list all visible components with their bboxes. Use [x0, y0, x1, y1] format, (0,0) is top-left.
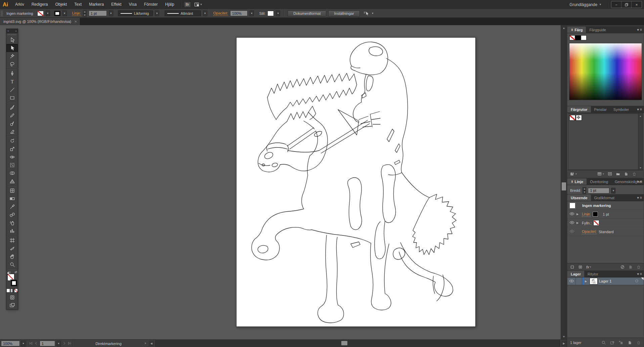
appearance-opacity-row[interactable]: ▶ Opacitet: Standard	[567, 227, 644, 236]
clear-appearance-icon[interactable]	[620, 265, 625, 269]
expand-triangle-icon[interactable]: ▶	[576, 221, 580, 224]
tab-farg[interactable]: ⇕Färg	[567, 27, 586, 33]
menu-effekt[interactable]: Effekt	[108, 0, 125, 9]
appearance-fill-row[interactable]: ▶ Fylln.:	[567, 219, 644, 227]
mesh-tool[interactable]	[6, 186, 18, 194]
panel-menu-icon[interactable]: ▼≡	[637, 107, 642, 111]
swatch-libraries-icon[interactable]: ▼	[570, 172, 577, 176]
close-panel-icon[interactable]: ×	[15, 30, 17, 33]
color-spectrum[interactable]	[569, 43, 642, 100]
blend-tool[interactable]	[6, 211, 18, 219]
stroke-panel-link[interactable]: Linje:	[72, 11, 81, 16]
fill-none-swatch[interactable]	[594, 220, 599, 225]
perspective-grid-tool[interactable]	[6, 177, 18, 185]
tab-lager[interactable]: Lager	[567, 271, 584, 277]
tab-linje[interactable]: ⇕Linje	[567, 178, 587, 185]
stroke-width-field[interactable]: 1 pt	[89, 10, 107, 16]
panel-menu-icon[interactable]: ▼≡	[637, 28, 642, 32]
symbol-sprayer-tool[interactable]	[6, 219, 18, 227]
paintbrush-tool[interactable]	[6, 103, 18, 111]
menu-text[interactable]: Text	[71, 0, 85, 9]
pen-tool[interactable]	[6, 70, 18, 78]
opacity-link[interactable]: Opacitet:	[213, 11, 228, 16]
stroke-color-swatch[interactable]	[54, 11, 60, 16]
workspace-switcher[interactable]: Grundläggande ▼	[569, 2, 602, 7]
none-button[interactable]	[14, 289, 18, 293]
artboard-number-field[interactable]: 1	[40, 341, 55, 346]
last-artboard-button[interactable]	[68, 341, 72, 346]
locate-object-icon[interactable]	[601, 340, 606, 345]
scroll-up-icon[interactable]: ▲	[561, 25, 566, 31]
horizontal-scroll-thumb[interactable]	[341, 341, 347, 345]
close-tab-icon[interactable]: ×	[75, 19, 77, 24]
eyedropper-tool[interactable]	[6, 203, 18, 211]
appearance-stroke-row[interactable]: ▶ Linje: 1 pt	[567, 210, 644, 219]
zoom-level-field[interactable]: 100%	[1, 341, 20, 346]
color-button[interactable]	[6, 289, 10, 293]
tab-fargrutor[interactable]: Färgrutor	[567, 106, 591, 113]
blob-brush-tool[interactable]	[6, 119, 18, 127]
drawing-modes-button[interactable]	[6, 293, 18, 301]
fill-color-swatch[interactable]	[37, 11, 44, 16]
stroke-width-dropdown[interactable]: ▼	[109, 10, 113, 16]
opacity-dropdown[interactable]: ▼	[250, 10, 254, 16]
panel-collapse-icon[interactable]: ⇕	[571, 28, 573, 32]
stroke-swatch[interactable]	[10, 279, 17, 287]
make-clipping-mask-icon[interactable]	[610, 340, 615, 345]
panel-collapse-icon[interactable]: ⇕	[571, 180, 573, 183]
new-fill-icon[interactable]	[578, 265, 583, 269]
selection-tool[interactable]	[6, 36, 18, 44]
brush-definition-dropdown[interactable]: ▼	[203, 10, 207, 16]
screen-mode-button[interactable]	[6, 301, 18, 309]
pencil-tool[interactable]	[6, 111, 18, 119]
width-tool[interactable]	[6, 153, 18, 161]
restore-button[interactable]	[621, 1, 632, 8]
panel-menu-icon[interactable]: ▼≡	[637, 272, 642, 276]
none-swatch[interactable]	[569, 35, 575, 40]
stroke-width-field[interactable]: 1 pt	[588, 188, 609, 193]
menu-arkiv[interactable]: Arkiv	[11, 0, 28, 9]
menu-hjalp[interactable]: Hjälp	[161, 0, 178, 9]
delete-swatch-icon[interactable]	[632, 172, 637, 176]
add-effect-icon[interactable]: fx▼	[586, 265, 592, 269]
width-profile-dropdown[interactable]: ▼	[155, 10, 159, 16]
new-color-group-icon[interactable]	[616, 172, 620, 176]
tab-fargguide[interactable]: Färgguide	[586, 27, 609, 33]
column-graph-tool[interactable]	[6, 227, 18, 235]
stroke-row-link[interactable]: Linje:	[582, 212, 591, 217]
opacity-row-link[interactable]: Opacitet:	[582, 229, 597, 234]
bridge-button[interactable]: Br	[184, 2, 191, 7]
panel-menu-icon[interactable]: ▼≡	[637, 179, 642, 183]
new-stroke-icon[interactable]	[570, 265, 575, 269]
visibility-eye-icon[interactable]	[569, 212, 574, 216]
status-flyout-button[interactable]	[143, 341, 147, 346]
layer-visibility-cell[interactable]	[567, 277, 576, 285]
zoom-dropdown[interactable]: ▼	[21, 341, 26, 346]
stroke-dropdown-button[interactable]: ▼	[62, 10, 67, 16]
expand-layer-icon[interactable]: ▶	[585, 280, 588, 283]
default-swatches-icon[interactable]	[7, 271, 10, 273]
previous-artboard-button[interactable]	[34, 341, 38, 346]
layer-thumbnail[interactable]	[590, 278, 598, 285]
artboard[interactable]	[236, 37, 476, 327]
scroll-down-icon[interactable]: ▼	[638, 166, 643, 170]
arrange-documents-icon[interactable]: ▼	[194, 2, 203, 7]
next-artboard-button[interactable]	[62, 341, 66, 346]
eraser-tool[interactable]	[6, 127, 18, 135]
white-swatch[interactable]	[581, 35, 587, 40]
layer-row[interactable]: ▶ Lager 1	[567, 277, 644, 285]
menu-visa[interactable]: Visa	[125, 0, 140, 9]
layer-lock-cell[interactable]	[576, 277, 582, 285]
visibility-eye-icon[interactable]	[569, 279, 574, 284]
menu-redigera[interactable]: Redigera	[28, 0, 52, 9]
scale-tool[interactable]	[6, 145, 18, 153]
free-transform-tool[interactable]	[6, 161, 18, 169]
tab-ritytor[interactable]: Ritytor	[584, 271, 602, 277]
layer-name[interactable]: Lager 1	[599, 279, 611, 283]
rotate-tool[interactable]	[6, 137, 18, 145]
line-segment-tool[interactable]	[6, 86, 18, 94]
rectangle-tool[interactable]	[6, 94, 18, 102]
expand-triangle-icon[interactable]: ▶	[576, 213, 580, 216]
scroll-up-icon[interactable]: ▲	[638, 114, 643, 118]
scroll-right-icon[interactable]: ▶	[561, 341, 566, 346]
